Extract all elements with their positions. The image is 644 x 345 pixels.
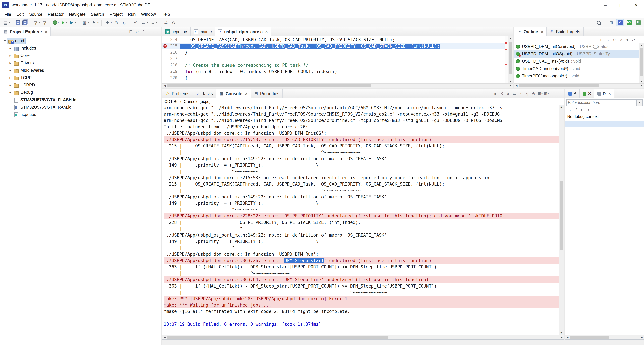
perspective-cpp-button[interactable]: C (616, 19, 624, 26)
menu-source[interactable]: Source (26, 11, 45, 17)
editor-horizontal-scrollbar[interactable]: ◀ ▶ (162, 83, 512, 88)
scroll-down-icon[interactable]: ▼ (559, 331, 564, 335)
run-button[interactable]: ▾ (60, 19, 68, 26)
outline-item-timercadfunction-void[interactable]: TimerCADfunction(void*): void (514, 65, 639, 72)
menu-navigate[interactable]: Navigate (66, 11, 88, 17)
scroll-left-icon[interactable]: ◀ (162, 84, 167, 87)
tab-tasks[interactable]: ✓Tasks (193, 89, 216, 98)
maximize-icon[interactable]: □ (153, 29, 159, 34)
collapse-all-icon[interactable]: ⊟ (599, 37, 605, 42)
location-dropdown-icon[interactable]: ▾ (637, 99, 643, 106)
forward-button[interactable]: →▾ (149, 19, 158, 26)
expand-arrow-icon[interactable]: ▸ (8, 83, 13, 87)
menu-search[interactable]: Search (88, 11, 107, 17)
save-button[interactable] (15, 19, 21, 26)
menu-run[interactable]: Run (125, 11, 138, 17)
minimize-view-icon[interactable]: – (499, 29, 505, 34)
build-button[interactable]: ▾ (32, 19, 40, 26)
code-line-215[interactable]: ✕215 OS_CREATE_TASK(CADThread, CAD, USBP… (162, 43, 505, 49)
open-element-button[interactable]: ◇ (121, 19, 128, 26)
expand-arrow-icon[interactable]: ▸ (8, 69, 13, 72)
scroll-down-icon[interactable]: ▼ (508, 79, 512, 83)
view-menu-icon[interactable]: ⋮ (586, 107, 592, 112)
refresh-view-icon[interactable]: ↺ (573, 107, 579, 112)
menu-window[interactable]: Window (138, 11, 159, 17)
last-edit-location-button[interactable]: ↶ (132, 19, 139, 26)
minimize-view-icon[interactable]: – (630, 29, 636, 34)
tree-item-ucpd[interactable]: ▾ucpd (0, 37, 161, 44)
close-icon[interactable]: ✕ (608, 92, 611, 95)
tree-item-drivers[interactable]: ▸Drivers (0, 59, 161, 67)
minimize-icon[interactable]: – (147, 29, 153, 34)
scroll-right-icon[interactable]: ▶ (639, 84, 644, 87)
code-line-217[interactable]: 217 (162, 56, 505, 62)
tree-item-includes[interactable]: ▸Includes (0, 44, 161, 52)
selected-empty-row[interactable] (565, 121, 644, 127)
tree-item-usbpd[interactable]: ▸USBPD (0, 81, 161, 89)
link-with-editor-icon[interactable]: ⇄ (134, 29, 140, 34)
editor-tab-main-c[interactable]: cmain.c (190, 27, 215, 36)
code-line-220[interactable]: 220 { (162, 75, 505, 81)
scroll-down-icon[interactable]: ▼ (639, 79, 644, 83)
link-with-editor-icon[interactable]: ⇄ (630, 37, 636, 42)
expand-arrow-icon[interactable]: ▸ (8, 91, 13, 94)
maximize-icon[interactable]: □ (556, 91, 562, 96)
tree-item-tcpp[interactable]: ▸TCPP (0, 74, 161, 81)
outline-item-usbpd-dpm-initcore-void[interactable]: USBPD_DPM_InitCore(void): USBPD_Status (514, 43, 639, 50)
tree-item-middlewares[interactable]: ▸Middlewares (0, 67, 161, 74)
error-mark[interactable] (506, 42, 508, 43)
scrollbar-thumb[interactable] (570, 336, 610, 339)
tree-item-stm32u575vgtx-flash-ld[interactable]: STM32U575VGTX_FLASH.ld (0, 96, 161, 104)
external-tools-button[interactable]: ⚑▾ (90, 19, 99, 26)
pin-console-icon[interactable]: ⊙ (531, 91, 537, 96)
scrollbar-thumb[interactable] (167, 84, 370, 87)
display-selected-console-icon[interactable]: ▣▾ (537, 91, 543, 96)
expand-arrow-icon[interactable]: ▸ (8, 54, 13, 57)
close-icon[interactable]: ✕ (265, 30, 268, 33)
outline-item-timerpe0function-void[interactable]: TimerPE0function(void*): void (514, 72, 639, 80)
outline-item-usbpd-cad-task-void[interactable]: USBPD_CAD_Task(void): void (514, 58, 639, 65)
tree-item-ucpd-ioc[interactable]: ucpd.ioc (0, 111, 161, 118)
outline-vertical-scrollbar[interactable]: ▲ ▼ (639, 43, 644, 83)
menu-file[interactable]: File (2, 11, 14, 17)
open-console-icon[interactable]: ⊞▾ (544, 91, 550, 96)
clear-console-icon[interactable]: ▭ (512, 91, 518, 96)
perspective-debug-button[interactable]: D (634, 19, 642, 26)
terminate-icon[interactable]: ■ (492, 91, 498, 96)
tree-item-debug[interactable]: ▸Debug (0, 89, 161, 96)
code-line-214[interactable]: 214 OS_DEFINE_TASK(CAD, USBPD_CAD_Task, … (162, 36, 505, 43)
outline-horizontal-scrollbar[interactable]: ◀ ▶ (514, 83, 644, 88)
expand-arrow-icon[interactable]: ▾ (2, 39, 8, 42)
scroll-right-icon[interactable]: ▶ (639, 336, 644, 339)
disassembly-horizontal-scrollbar[interactable]: ◀ ▶ (565, 335, 644, 339)
close-icon[interactable]: ✕ (45, 30, 47, 33)
scrollbar-thumb[interactable] (167, 336, 388, 339)
scrollbar-thumb[interactable] (509, 41, 512, 74)
scroll-left-icon[interactable]: ◀ (514, 84, 519, 87)
error-marker-icon[interactable]: ✕ (163, 44, 167, 48)
save-all-button[interactable] (22, 19, 28, 26)
collapse-all-icon[interactable]: ⊟ (128, 29, 134, 34)
code-line-216[interactable]: 216 } (162, 49, 505, 56)
tab-static-stack-analyzer[interactable]: S (580, 89, 594, 98)
code-area[interactable]: 214 OS_DEFINE_TASK(CAD, USBPD_CAD_Task, … (162, 36, 505, 83)
new-cpp-element-button[interactable]: ✚▾ (104, 19, 112, 26)
tree-item-stm32u575vgtx-ram-ld[interactable]: STM32U575VGTX_RAM.ld (0, 104, 161, 111)
close-window-button[interactable]: ✕ (628, 0, 644, 10)
debug-button[interactable]: ▾ (52, 19, 59, 26)
error-mark[interactable] (506, 64, 508, 65)
close-icon[interactable]: ✕ (541, 30, 543, 33)
scroll-right-icon[interactable]: ▶ (508, 84, 512, 87)
tab-problems[interactable]: ⚠Problems (162, 89, 193, 98)
maximize-view-icon[interactable]: □ (636, 29, 642, 34)
code-line-219[interactable]: 219 for (uint8_t index = 0; index < USBP… (162, 68, 505, 75)
scroll-left-icon[interactable]: ◀ (162, 336, 167, 339)
scroll-lock-icon[interactable]: ↕ (518, 91, 524, 96)
tree-item-core[interactable]: ▸Core (0, 52, 161, 59)
remove-launch-icon[interactable]: ✕ (499, 91, 505, 96)
editor-tab-usbpd-dpm-core-c[interactable]: cusbpd_dpm_core.c✕ (215, 27, 271, 36)
menu-help[interactable]: Help (159, 11, 172, 17)
hide-non-public-members-icon[interactable]: ● (624, 37, 630, 42)
tab-build-targets[interactable]: ◎ Build Targets (546, 27, 584, 36)
overview-ruler[interactable] (505, 36, 508, 83)
